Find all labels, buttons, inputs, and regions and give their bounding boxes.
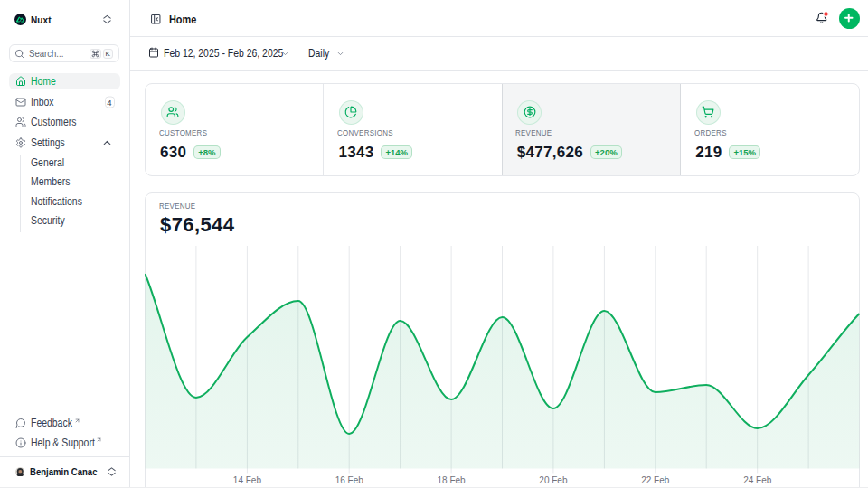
svg-text:20 Feb: 20 Feb xyxy=(539,475,568,485)
svg-text:24 Feb: 24 Feb xyxy=(743,475,772,485)
svg-text:14 Feb: 14 Feb xyxy=(233,475,262,485)
svg-text:22 Feb: 22 Feb xyxy=(641,475,670,485)
svg-text:18 Feb: 18 Feb xyxy=(438,475,467,485)
svg-text:16 Feb: 16 Feb xyxy=(335,475,364,485)
